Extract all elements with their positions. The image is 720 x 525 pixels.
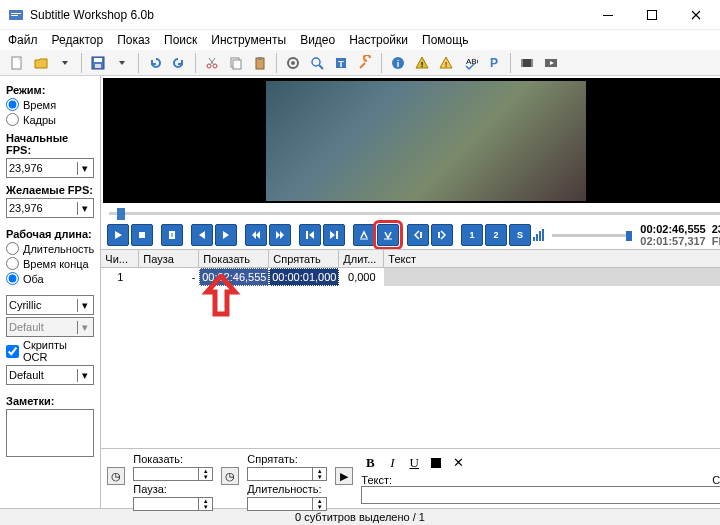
play-button[interactable] [107, 224, 129, 246]
clock-icon[interactable]: ◷ [107, 467, 125, 485]
play-snippet-icon[interactable]: ▶ [335, 467, 353, 485]
text-icon[interactable]: T [330, 52, 352, 74]
btn-s[interactable]: S [509, 224, 531, 246]
zoom-icon[interactable] [306, 52, 328, 74]
close-button[interactable] [674, 1, 718, 29]
shift-fwd-button[interactable] [431, 224, 453, 246]
dropdown-icon[interactable] [54, 52, 76, 74]
menu-settings[interactable]: Настройки [349, 33, 408, 47]
step-back-button[interactable] [299, 224, 321, 246]
redo-icon[interactable] [168, 52, 190, 74]
italic-button[interactable]: I [383, 454, 401, 472]
error-icon[interactable]: ! [411, 52, 433, 74]
shift-back-button[interactable] [407, 224, 429, 246]
pause-label: Пауза: [133, 483, 213, 495]
warn-icon[interactable]: ! [435, 52, 457, 74]
menu-tools[interactable]: Инструменты [211, 33, 286, 47]
scroll-toggle-button[interactable] [161, 224, 183, 246]
notes-textarea[interactable] [6, 409, 94, 457]
info-icon[interactable]: i [387, 52, 409, 74]
svg-text:S: S [517, 230, 523, 240]
player-controls: 1 2 S 00:02:46,555 02:01:57,317 23,976 F… [101, 221, 720, 249]
seek-slider[interactable] [101, 205, 720, 221]
charset2-combo[interactable]: Default▾ [6, 317, 94, 337]
undo-icon[interactable] [144, 52, 166, 74]
radio-both[interactable]: Оба [6, 272, 94, 285]
col-hide[interactable]: Спрятать [269, 250, 339, 267]
copy-icon[interactable] [225, 52, 247, 74]
minimize-button[interactable] [586, 1, 630, 29]
menu-help[interactable]: Помощь [422, 33, 468, 47]
subtitle-text-input[interactable] [361, 486, 720, 504]
show-input[interactable]: ▲▼ [133, 467, 213, 481]
radio-time[interactable]: Время [6, 98, 94, 111]
color-button[interactable] [427, 454, 445, 472]
notes-label: Заметки: [6, 395, 94, 407]
open-file-icon[interactable] [30, 52, 52, 74]
menu-search[interactable]: Поиск [164, 33, 197, 47]
hide-input[interactable]: ▲▼ [247, 467, 327, 481]
clock-icon[interactable]: ◷ [221, 467, 239, 485]
mark-in-button[interactable] [353, 224, 375, 246]
next-sub-button[interactable] [215, 224, 237, 246]
dur-input[interactable]: ▲▼ [247, 497, 327, 511]
new-file-icon[interactable] [6, 52, 28, 74]
forward-button[interactable] [269, 224, 291, 246]
gear-icon[interactable] [282, 52, 304, 74]
titlebar: Subtitle Workshop 6.0b [0, 0, 720, 30]
menu-editor[interactable]: Редактор [52, 33, 104, 47]
pascal-icon[interactable]: P [483, 52, 505, 74]
underline-button[interactable]: U [405, 454, 423, 472]
stop-button[interactable] [131, 224, 153, 246]
fps-value: 23,976 [712, 223, 720, 235]
in-fps-label: Начальные FPS: [6, 132, 94, 156]
tools-icon[interactable] [354, 52, 376, 74]
app-icon [8, 7, 24, 23]
btn-1[interactable]: 1 [461, 224, 483, 246]
ocr-scripts-check[interactable]: Скрипты OCR [6, 339, 94, 363]
volume-slider[interactable] [552, 234, 632, 237]
radio-frames[interactable]: Кадры [6, 113, 94, 126]
dropdown-icon[interactable] [111, 52, 133, 74]
menu-view[interactable]: Показ [117, 33, 150, 47]
radio-endtime[interactable]: Время конца [6, 257, 94, 270]
step-fwd-button[interactable] [323, 224, 345, 246]
time-current: 00:02:46,555 [640, 223, 705, 235]
col-dur[interactable]: Длит... [339, 250, 384, 267]
charset-combo[interactable]: Cyrillic▾ [6, 295, 94, 315]
pause-input[interactable]: ▲▼ [133, 497, 213, 511]
in-fps-combo[interactable]: 23,976▾ [6, 158, 94, 178]
window-title: Subtitle Workshop 6.0b [30, 8, 586, 22]
table-row[interactable]: 1 - 00:02:46,555 00:00:01,000 0,000 [101, 268, 720, 286]
bold-button[interactable]: B [361, 454, 379, 472]
svg-rect-4 [648, 10, 657, 19]
spellcheck-icon[interactable]: ABC [459, 52, 481, 74]
menu-file[interactable]: Файл [8, 33, 38, 47]
btn-2[interactable]: 2 [485, 224, 507, 246]
statusbar: 0 субтитров выделено / 1 [0, 508, 720, 525]
lines-label: Строк: [712, 474, 720, 486]
time-total: 02:01:57,317 [640, 235, 705, 247]
volume-icon[interactable] [533, 229, 544, 241]
out-fps-combo[interactable]: 23,976▾ [6, 198, 94, 218]
radio-duration[interactable]: Длительность [6, 242, 94, 255]
svg-rect-12 [233, 60, 241, 69]
ocr-combo[interactable]: Default▾ [6, 365, 94, 385]
col-pause[interactable]: Пауза [139, 250, 199, 267]
video2-icon[interactable] [540, 52, 562, 74]
prev-sub-button[interactable] [191, 224, 213, 246]
col-num[interactable]: Чи... [101, 250, 139, 267]
maximize-button[interactable] [630, 1, 674, 29]
col-show[interactable]: Показать [199, 250, 269, 267]
cut-icon[interactable] [201, 52, 223, 74]
video-icon[interactable] [516, 52, 538, 74]
menu-video[interactable]: Видео [300, 33, 335, 47]
save-icon[interactable] [87, 52, 109, 74]
menubar: Файл Редактор Показ Поиск Инструменты Ви… [0, 30, 720, 50]
svg-rect-32 [306, 231, 308, 239]
col-text[interactable]: Текст [384, 250, 720, 267]
paste-icon[interactable] [249, 52, 271, 74]
clear-fmt-button[interactable]: ✕ [449, 454, 467, 472]
rewind-button[interactable] [245, 224, 267, 246]
mark-out-button[interactable] [377, 224, 399, 246]
